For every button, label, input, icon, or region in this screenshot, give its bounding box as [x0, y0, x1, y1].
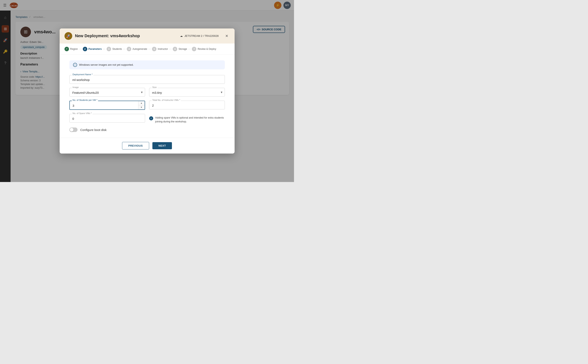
total-instructor-vms-input[interactable]	[149, 101, 225, 109]
spinner-up-button[interactable]: ▲	[138, 101, 145, 105]
step-sep-2: —	[103, 48, 106, 50]
new-deployment-modal: 🚀 New Deployment: vms4workshop ☁ JETSTRE…	[59, 28, 235, 154]
step-6-storage[interactable]: 6 Storage	[173, 47, 187, 51]
step-5-circle: 5	[152, 47, 157, 51]
step-sep-4: —	[148, 48, 151, 50]
size-select-wrapper: m3.tinym3.smallm3.mediumm3.large ▾	[149, 88, 225, 97]
total-instructor-vms-field: Total No. of Instructor VMs *	[149, 101, 225, 110]
step-7-circle: 7	[192, 47, 196, 51]
students-instructor-row: No. of Students per VM * ▲ ▼ Total No. o…	[69, 101, 225, 110]
total-instructor-vms-label: Total No. of Instructor VMs *	[152, 99, 181, 101]
configure-boot-disk-toggle[interactable]	[69, 128, 78, 132]
deployment-name-input[interactable]	[69, 75, 225, 84]
step-1-circle: ✓	[65, 47, 69, 51]
students-per-vm-field: No. of Students per VM * ▲ ▼	[69, 101, 145, 110]
size-select[interactable]: m3.tinym3.smallm3.mediumm3.large	[149, 88, 225, 97]
step-3-students[interactable]: 3 Students	[107, 47, 122, 51]
previous-button[interactable]: PREVIOUS	[122, 142, 149, 150]
cloud-label: JETSTREAM 2 / TRA220028	[184, 34, 218, 37]
info-banner-icon: i	[73, 63, 77, 67]
modal-title: New Deployment: vms4workshop	[75, 33, 178, 38]
step-1-region[interactable]: ✓ Region	[65, 47, 78, 51]
toggle-thumb	[70, 128, 73, 132]
image-size-row: Image Featured-Ubuntu20Featured-Ubuntu18…	[69, 88, 225, 97]
size-label: Size	[152, 86, 158, 88]
cloud-icon: ☁	[180, 34, 183, 37]
modal-overlay: 🚀 New Deployment: vms4workshop ☁ JETSTRE…	[0, 0, 294, 182]
info-banner: i Windows server images are not yet supp…	[69, 60, 225, 69]
spinner-buttons: ▲ ▼	[138, 101, 145, 109]
modal-close-button[interactable]: ✕	[224, 33, 230, 39]
step-sep-6: —	[188, 48, 191, 50]
students-per-vm-label: No. of Students per VM *	[72, 99, 98, 101]
step-6-label: Storage	[178, 48, 187, 50]
step-3-circle: 3	[107, 47, 111, 51]
next-button[interactable]: NEXT	[152, 142, 172, 149]
step-7-label: Review & Deploy	[198, 48, 216, 50]
info-banner-text: Windows server images are not yet suppor…	[79, 63, 134, 66]
modal-header: 🚀 New Deployment: vms4workshop ☁ JETSTRE…	[59, 28, 235, 44]
image-select[interactable]: Featured-Ubuntu20Featured-Ubuntu18Featur…	[69, 88, 145, 97]
step-sep-3: —	[123, 48, 126, 50]
step-7-review-deploy[interactable]: 7 Review & Deploy	[192, 47, 216, 51]
spare-vms-info-icon: i	[149, 116, 153, 120]
step-2-label: Parameters	[88, 48, 102, 50]
step-1-label: Region	[70, 48, 78, 50]
image-label: Image	[72, 86, 80, 88]
deployment-name-label: Deployment Name *	[72, 73, 93, 76]
configure-boot-disk-row: Configure boot disk	[69, 128, 225, 132]
step-6-circle: 6	[173, 47, 177, 51]
students-per-vm-input[interactable]	[69, 101, 145, 110]
step-4-autogenerate[interactable]: 4 Autogenerate	[127, 47, 147, 51]
stepper: ✓ Region — 2 Parameters — 3 Students — 4…	[59, 44, 235, 55]
spinner-down-button[interactable]: ▼	[138, 105, 145, 109]
step-5-instructor[interactable]: 5 Instructor	[152, 47, 168, 51]
step-4-circle: 4	[127, 47, 131, 51]
step-2-parameters[interactable]: 2 Parameters	[83, 47, 102, 51]
step-3-label: Students	[112, 48, 122, 50]
configure-boot-disk-label: Configure boot disk	[80, 128, 107, 132]
step-2-circle: 2	[83, 47, 87, 51]
size-field: Size m3.tinym3.smallm3.mediumm3.large ▾	[149, 88, 225, 97]
spare-vms-label: No. of Spare VMs *	[72, 112, 92, 115]
modal-footer: PREVIOUS NEXT	[59, 138, 235, 154]
spare-vms-field: No. of Spare VMs *	[69, 114, 145, 123]
modal-body: i Windows server images are not yet supp…	[59, 55, 235, 138]
spare-vms-info: i Adding spare VMs is optional and inten…	[149, 116, 225, 124]
step-4-label: Autogenerate	[132, 48, 147, 50]
spare-vms-input[interactable]	[69, 114, 145, 123]
spare-vms-info-text: Adding spare VMs is optional and intende…	[155, 116, 225, 124]
step-sep-1: —	[79, 48, 82, 50]
students-per-vm-wrapper: ▲ ▼	[69, 101, 145, 110]
deployment-name-group: Deployment Name *	[69, 75, 225, 84]
step-5-label: Instructor	[158, 48, 168, 50]
image-field: Image Featured-Ubuntu20Featured-Ubuntu18…	[69, 88, 145, 97]
modal-cloud-info: ☁ JETSTREAM 2 / TRA220028	[180, 34, 218, 37]
spare-vms-row: No. of Spare VMs * i Adding spare VMs is…	[69, 114, 225, 124]
modal-rocket-icon: 🚀	[65, 32, 72, 40]
step-sep-5: —	[169, 48, 172, 50]
spare-vms-info-area: i Adding spare VMs is optional and inten…	[149, 114, 225, 124]
image-select-wrapper: Featured-Ubuntu20Featured-Ubuntu18Featur…	[69, 88, 145, 97]
